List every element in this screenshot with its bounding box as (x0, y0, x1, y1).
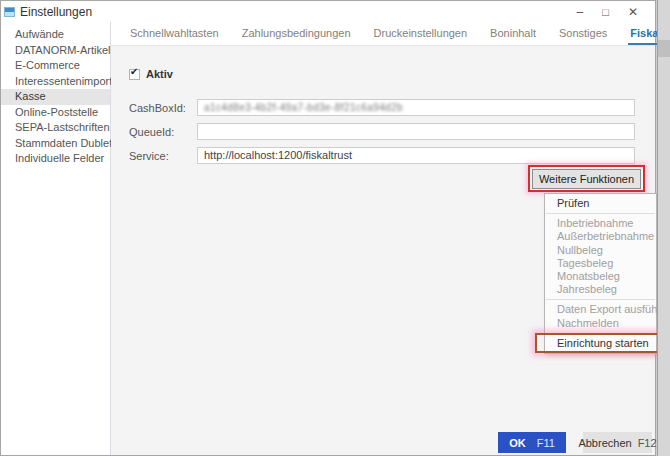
sidebar-item-interessentenimport[interactable]: Interessentenimport (1, 74, 110, 90)
tab-schnellwahltasten[interactable]: Schnellwahltasten (128, 22, 221, 45)
sidebar-item-datanorm-artikel[interactable]: DATANORM-Artikel (1, 43, 110, 59)
menu-item-nachmelden: Nachmelden (545, 317, 656, 330)
window-controls: – □ ✕ (577, 6, 655, 18)
minimize-icon[interactable]: – (577, 6, 584, 18)
cashboxid-value-blurred: a1c4d8e3-4b2f-49a7-bd3e-8f21c6a94d2b (198, 100, 634, 115)
queueid-input[interactable] (197, 123, 635, 140)
content-area: Schnellwahltasten Zahlungsbedingungen Dr… (111, 22, 655, 455)
menu-separator (546, 299, 655, 300)
service-input[interactable]: http://localhost:1200/fiskaltrust (197, 147, 635, 164)
sidebar-item-aufwaende[interactable]: Aufwände (1, 27, 110, 43)
screen: Einstellungen – □ ✕ Aufwände DATANORM-Ar… (0, 0, 670, 456)
checkmark-icon: ✔ (130, 66, 138, 77)
menu-item-daten-export-ausfuehren: Daten Export ausführen (545, 303, 656, 316)
cancel-button-label: Abbrechen (578, 437, 631, 449)
settings-window: Einstellungen – □ ✕ Aufwände DATANORM-Ar… (0, 0, 656, 456)
tab-zahlungsbedingungen[interactable]: Zahlungsbedingungen (240, 22, 353, 45)
app-icon (4, 7, 15, 17)
sidebar-item-kasse[interactable]: Kasse (1, 89, 110, 105)
weitere-funktionen-button[interactable]: Weitere Funktionen (532, 169, 641, 189)
service-label: Service: (129, 150, 169, 162)
cashboxid-input[interactable]: a1c4d8e3-4b2f-49a7-bd3e-8f21c6a94d2b (197, 99, 635, 116)
sidebar: Aufwände DATANORM-Artikel E-Commerce Int… (1, 22, 111, 455)
menu-item-pruefen[interactable]: Prüfen (545, 197, 656, 210)
queueid-label: QueueId: (129, 126, 174, 138)
maximize-icon[interactable]: □ (602, 6, 609, 18)
aktiv-row: ✔ Aktiv (129, 68, 173, 80)
menu-item-ausserbetriebnahme: Außerbetriebnahme (545, 230, 656, 243)
menu-item-jahresbeleg: Jahresbeleg (545, 283, 656, 296)
tab-boninhalt[interactable]: Boninhalt (488, 22, 538, 45)
sidebar-item-individuelle-felder[interactable]: Individuelle Felder (1, 151, 110, 167)
cancel-button-keyhint: F12 (638, 437, 657, 449)
ok-button[interactable]: OK F11 (498, 432, 566, 453)
menu-item-nullbeleg: Nullbeleg (545, 244, 656, 257)
menu-item-tagesbeleg: Tagesbeleg (545, 257, 656, 270)
ok-button-label: OK (509, 437, 526, 449)
tab-druckeinstellungen[interactable]: Druckeinstellungen (372, 22, 470, 45)
cancel-button[interactable]: Abbrechen F12 (583, 432, 652, 453)
sidebar-item-stammdaten-dubletten[interactable]: Stammdaten Dubletten (1, 136, 110, 152)
menu-item-inbetriebnahme: Inbetriebnahme (545, 217, 656, 230)
window-title: Einstellungen (20, 5, 92, 19)
tab-sonstiges[interactable]: Sonstiges (557, 22, 609, 45)
background-window-strip (657, 0, 670, 456)
menu-separator (546, 213, 655, 214)
menu-item-monatsbeleg: Monatsbeleg (545, 270, 656, 283)
menu-item-einrichtung-starten[interactable]: Einrichtung starten (545, 337, 656, 350)
menu-separator (546, 333, 655, 334)
service-value: http://localhost:1200/fiskaltrust (198, 148, 634, 163)
close-icon[interactable]: ✕ (628, 6, 638, 18)
aktiv-label: Aktiv (146, 68, 173, 80)
panel-fiskaltrust: ✔ Aktiv CashBoxId: a1c4d8e3-4b2f-49a7-bd… (111, 46, 655, 455)
cashboxid-label: CashBoxId: (129, 102, 186, 114)
tabbar: Schnellwahltasten Zahlungsbedingungen Dr… (111, 22, 655, 46)
window-body: Aufwände DATANORM-Artikel E-Commerce Int… (1, 22, 655, 455)
background-window-fragment (658, 40, 670, 57)
ok-button-keyhint: F11 (537, 437, 555, 449)
sidebar-item-e-commerce[interactable]: E-Commerce (1, 58, 110, 74)
aktiv-checkbox[interactable]: ✔ (129, 69, 140, 80)
sidebar-item-sepa-lastschriften[interactable]: SEPA-Lastschriften (1, 120, 110, 136)
sidebar-item-online-poststelle[interactable]: Online-Poststelle (1, 105, 110, 121)
titlebar: Einstellungen – □ ✕ (1, 1, 655, 22)
weitere-funktionen-menu: Prüfen Inbetriebnahme Außerbetriebnahme … (544, 193, 657, 354)
